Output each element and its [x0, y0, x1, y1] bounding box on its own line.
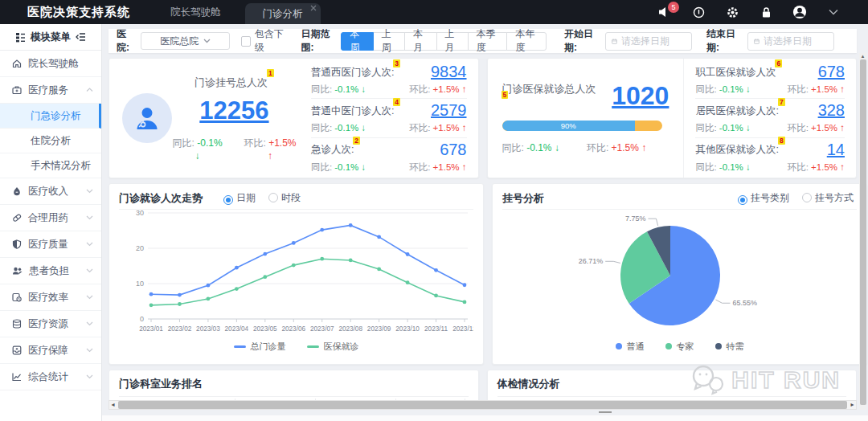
- sidebar-item-medical-insurance[interactable]: 医疗保障: [0, 337, 101, 364]
- radio-registration-method[interactable]: 挂号方式: [802, 191, 854, 205]
- registration-total-value[interactable]: 12256: [172, 96, 297, 125]
- data-point[interactable]: [320, 228, 324, 232]
- up-arrow-icon: ↑: [462, 123, 467, 133]
- stat-value[interactable]: 9834: [431, 63, 467, 81]
- data-point[interactable]: [377, 268, 381, 272]
- date-range-button[interactable]: 本月: [404, 32, 436, 51]
- sidebar-item-cockpit[interactable]: 院长驾驶舱: [0, 51, 101, 77]
- settings-gear-icon[interactable]: [725, 5, 739, 19]
- medicare-total-value[interactable]: 1020: [612, 81, 669, 111]
- stat-value[interactable]: 328: [818, 101, 845, 120]
- user-avatar[interactable]: [792, 5, 807, 19]
- yoy-stat: 同比: -0.1% ↓: [172, 137, 223, 161]
- sidebar-item-patient-burden[interactable]: 患者负担: [0, 258, 101, 284]
- panel-title: 门诊科室业务排名: [119, 377, 469, 397]
- resize-handle[interactable]: [599, 411, 612, 413]
- include-subordinate-checkbox[interactable]: [241, 36, 251, 47]
- sidebar-subitem-inpatient[interactable]: 住院分析: [0, 129, 101, 153]
- legend-item[interactable]: 普通: [616, 341, 645, 353]
- data-point[interactable]: [149, 292, 154, 296]
- sidebar-item-medical-revenue[interactable]: 医疗收入: [0, 178, 101, 205]
- sidebar-item-rational-medication[interactable]: 合理用药: [0, 205, 101, 231]
- data-point[interactable]: [235, 287, 239, 291]
- date-range-button[interactable]: 本周: [341, 32, 373, 51]
- date-range-button-group: 本周上周本月上月本季度本年度: [342, 32, 547, 51]
- tab-close-icon[interactable]: [310, 5, 317, 11]
- sidebar-subitem-outpatient-emergency[interactable]: 门急诊分析: [0, 104, 101, 129]
- data-point[interactable]: [406, 252, 410, 256]
- svg-text:26.71%: 26.71%: [579, 257, 604, 265]
- physical-exam-panel: 体检情况分析: [487, 370, 858, 400]
- registration-analysis-panel: 挂号分析 挂号类别 挂号方式 65.55%26.71%7.75% 普通专家特需: [492, 183, 867, 365]
- vertical-scrollbar[interactable]: ▴: [859, 53, 866, 410]
- up-arrow-icon: ↑: [840, 84, 845, 94]
- notification-speaker-icon[interactable]: 5: [657, 5, 672, 19]
- stat-value[interactable]: 678: [818, 63, 845, 81]
- data-point[interactable]: [463, 300, 467, 304]
- vertical-scrollbar-thumb[interactable]: [860, 59, 866, 405]
- date-range-button[interactable]: 上月: [436, 32, 469, 51]
- legend-item[interactable]: 专家: [665, 341, 694, 353]
- data-point[interactable]: [292, 241, 296, 245]
- date-range-button[interactable]: 本季度: [468, 32, 508, 51]
- data-point[interactable]: [149, 303, 154, 307]
- bottom-row: 门诊科室业务排名 内科 体检情况分析: [108, 370, 857, 400]
- end-date-field[interactable]: [764, 35, 828, 47]
- end-date-input[interactable]: [747, 32, 834, 51]
- radio-registration-category[interactable]: 挂号类别: [738, 191, 789, 205]
- data-point[interactable]: [263, 275, 267, 279]
- data-point[interactable]: [320, 257, 324, 261]
- data-point[interactable]: [207, 284, 211, 288]
- legend-item[interactable]: 特需: [715, 341, 744, 353]
- scroll-left-arrow-icon[interactable]: ◂: [109, 401, 117, 409]
- stat-value[interactable]: 678: [440, 141, 466, 159]
- chevron-down-icon[interactable]: [826, 5, 841, 19]
- sidebar-item-medical-services[interactable]: 医疗服务: [0, 77, 101, 104]
- svg-text:2023/06: 2023/06: [281, 325, 305, 333]
- sidebar-subitem-surgery[interactable]: 手术情况分析: [0, 153, 101, 178]
- scroll-up-arrow-icon[interactable]: ▴: [859, 53, 866, 59]
- data-point[interactable]: [434, 294, 438, 298]
- legend-item[interactable]: 医保就诊: [307, 341, 359, 353]
- data-point[interactable]: [349, 223, 353, 227]
- chevron-down-icon: [86, 189, 93, 194]
- radio-by-period[interactable]: 时段: [268, 191, 301, 205]
- data-point[interactable]: [349, 259, 353, 263]
- collapse-sidebar-icon[interactable]: [76, 32, 86, 42]
- tab-outpatient-analysis[interactable]: 门诊分析: [245, 3, 321, 24]
- data-point[interactable]: [178, 293, 182, 297]
- data-point[interactable]: [263, 252, 267, 256]
- horizontal-scrollbar-thumb[interactable]: [118, 401, 847, 409]
- sidebar-item-comprehensive-statistics[interactable]: 综合统计: [0, 364, 101, 390]
- kpi-title: 门诊挂号总人次: [194, 76, 268, 88]
- date-range-button[interactable]: 本年度: [506, 32, 547, 51]
- stat-value[interactable]: 14: [827, 141, 845, 159]
- data-point[interactable]: [434, 268, 438, 272]
- data-point[interactable]: [207, 297, 211, 301]
- up-arrow-icon: ↑: [268, 150, 272, 161]
- sidebar-item-medical-resources[interactable]: 医疗资源: [0, 311, 101, 337]
- data-point[interactable]: [406, 280, 410, 284]
- chevron-down-icon: [86, 321, 93, 326]
- info-icon[interactable]: [691, 5, 706, 19]
- tab-cockpit[interactable]: 院长驾驶舱: [153, 0, 239, 24]
- data-point[interactable]: [463, 283, 467, 287]
- data-point[interactable]: [235, 266, 239, 270]
- sidebar-item-medical-efficiency[interactable]: 医疗效率: [0, 284, 101, 311]
- sidebar-item-medical-quality[interactable]: 医疗质量: [0, 231, 101, 258]
- horizontal-scrollbar[interactable]: ◂ ▸: [108, 400, 857, 410]
- legend-item[interactable]: 总门诊量: [234, 341, 286, 353]
- registration-pie-chart: 65.55%26.71%7.75%: [502, 210, 857, 338]
- start-date-input[interactable]: [605, 32, 692, 51]
- radio-by-date[interactable]: 日期: [223, 191, 256, 205]
- lock-icon[interactable]: [759, 5, 773, 19]
- scroll-right-arrow-icon[interactable]: ▸: [849, 401, 856, 409]
- data-point[interactable]: [178, 302, 182, 306]
- start-date-field[interactable]: [621, 35, 686, 47]
- data-point[interactable]: [377, 235, 381, 239]
- date-range-button[interactable]: 上周: [373, 32, 405, 51]
- stat-value[interactable]: 2579: [431, 101, 467, 120]
- sidebar-header: 模块菜单: [0, 24, 101, 51]
- hospital-select[interactable]: 医院总院: [141, 32, 230, 50]
- data-point[interactable]: [292, 264, 296, 268]
